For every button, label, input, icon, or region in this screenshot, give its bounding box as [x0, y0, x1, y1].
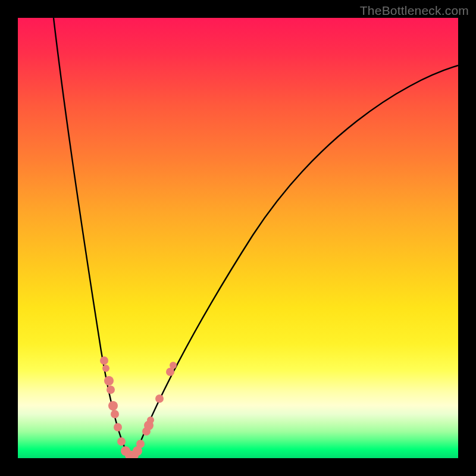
data-marker	[100, 356, 108, 365]
right-branch-curve	[136, 65, 458, 453]
data-marker	[117, 437, 126, 446]
left-branch-curve	[54, 18, 127, 453]
data-marker	[170, 362, 177, 369]
data-markers	[100, 356, 177, 458]
data-marker	[155, 394, 164, 403]
data-marker	[111, 410, 119, 418]
data-marker	[107, 386, 115, 394]
data-marker	[108, 401, 118, 411]
plot-area	[18, 18, 458, 458]
data-marker	[114, 423, 122, 431]
chart-frame: TheBottleneck.com	[0, 0, 476, 476]
data-marker	[136, 440, 145, 448]
data-marker	[104, 376, 114, 386]
data-marker	[166, 368, 174, 376]
data-marker	[102, 365, 109, 372]
watermark-text: TheBottleneck.com	[360, 4, 469, 18]
curve-layer	[18, 18, 458, 458]
data-marker	[147, 416, 154, 424]
